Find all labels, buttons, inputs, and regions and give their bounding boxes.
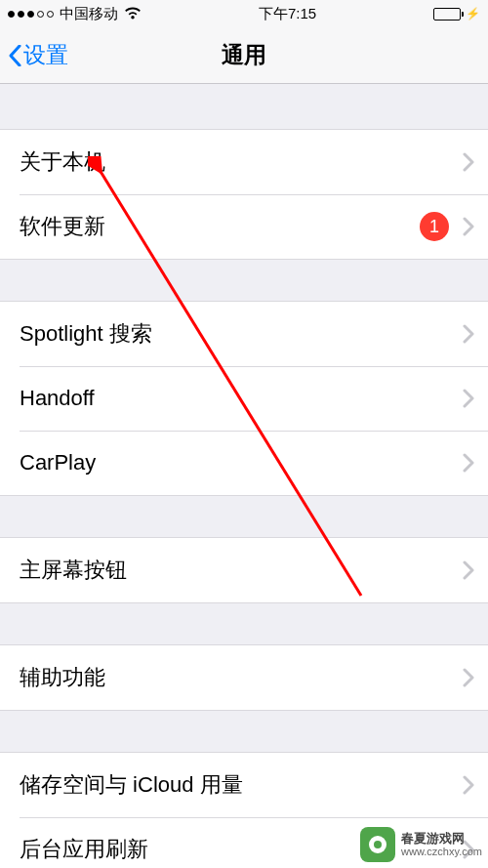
charging-icon: ⚡	[466, 7, 480, 21]
watermark-url: www.czchxy.com	[401, 846, 482, 858]
row-label: Handoff	[20, 386, 463, 411]
settings-group: 关于本机 软件更新 1	[0, 129, 488, 260]
back-button[interactable]: 设置	[8, 40, 68, 70]
chevron-right-icon	[463, 668, 474, 687]
row-label: 主屏幕按钮	[20, 556, 463, 585]
watermark-icon	[360, 827, 395, 862]
back-label: 设置	[23, 40, 68, 70]
notification-badge: 1	[420, 212, 449, 241]
chevron-right-icon	[463, 152, 474, 172]
row-about[interactable]: 关于本机	[0, 130, 488, 194]
chevron-right-icon	[463, 324, 474, 344]
nav-bar: 设置 通用	[0, 27, 488, 84]
wifi-icon	[124, 6, 142, 22]
chevron-right-icon	[463, 217, 474, 236]
row-label: Spotlight 搜索	[20, 319, 463, 349]
row-carplay[interactable]: CarPlay	[0, 431, 488, 495]
status-bar: 中国移动 下午7:15 ⚡	[0, 0, 488, 27]
row-label: 软件更新	[20, 212, 420, 241]
carrier-label: 中国移动	[60, 5, 118, 23]
settings-group: 辅助功能	[0, 644, 488, 711]
signal-dots-icon	[8, 11, 54, 18]
chevron-right-icon	[463, 453, 474, 473]
row-accessibility[interactable]: 辅助功能	[0, 645, 488, 710]
row-software-update[interactable]: 软件更新 1	[0, 194, 488, 259]
row-label: CarPlay	[20, 450, 463, 475]
chevron-right-icon	[463, 775, 474, 795]
chevron-right-icon	[463, 389, 474, 408]
watermark: 春夏游戏网 www.czchxy.com	[360, 827, 482, 862]
row-handoff[interactable]: Handoff	[0, 366, 488, 431]
row-home-button[interactable]: 主屏幕按钮	[0, 538, 488, 602]
settings-group: Spotlight 搜索 Handoff CarPlay	[0, 301, 488, 496]
row-label: 辅助功能	[20, 663, 463, 692]
chevron-right-icon	[463, 560, 474, 580]
settings-group: 主屏幕按钮	[0, 537, 488, 603]
chevron-left-icon	[8, 45, 21, 66]
row-label: 储存空间与 iCloud 用量	[20, 770, 463, 800]
row-label: 关于本机	[20, 147, 463, 177]
status-time: 下午7:15	[259, 5, 316, 23]
battery-icon	[433, 8, 461, 21]
page-title: 通用	[222, 40, 266, 70]
status-left: 中国移动	[8, 5, 142, 23]
watermark-title: 春夏游戏网	[401, 831, 482, 847]
row-spotlight[interactable]: Spotlight 搜索	[0, 302, 488, 366]
status-right: ⚡	[433, 7, 480, 21]
row-storage-icloud[interactable]: 储存空间与 iCloud 用量	[0, 753, 488, 817]
